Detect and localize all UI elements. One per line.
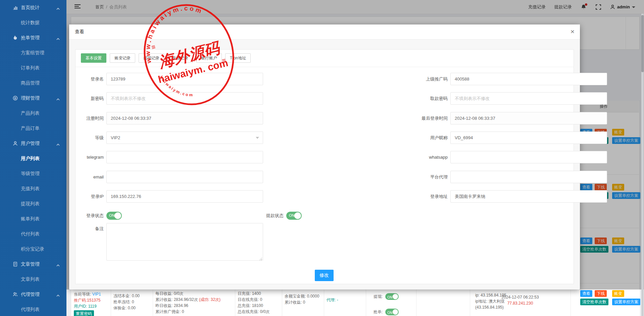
- login-status-switch[interactable]: ON: [106, 212, 122, 220]
- sidebar-item-充值列表[interactable]: 充值列表: [0, 181, 66, 196]
- person-icon: [610, 4, 615, 9]
- view-button[interactable]: 查看: [580, 184, 592, 191]
- submit-button[interactable]: 修改: [315, 270, 334, 281]
- withdraw-switch[interactable]: ON: [385, 293, 399, 300]
- tab-基本设置[interactable]: 基本设置: [81, 53, 106, 63]
- fullscreen-icon[interactable]: [595, 4, 601, 10]
- sidebar-item-label: 代付列表: [21, 231, 40, 237]
- set-control-button[interactable]: 设置单控方案: [612, 192, 640, 199]
- whatsapp-label: whatsapp: [417, 155, 448, 160]
- sidebar-item-产品订单[interactable]: 产品订单: [0, 121, 66, 136]
- sidebar-item-代付列表[interactable]: 代付列表: [0, 226, 66, 242]
- telegram-field[interactable]: [106, 151, 263, 163]
- balance-change-button[interactable]: 账变: [612, 238, 624, 244]
- cell-recharge: 日充值: 1400日在线充值: 0总充值: 18100总在线充值: 0/0次: [238, 289, 269, 314]
- set-control-button[interactable]: 设置单控方案: [612, 137, 640, 144]
- level-select[interactable]: [106, 131, 263, 144]
- offline-button[interactable]: 下线: [595, 290, 607, 297]
- bell-icon[interactable]: [581, 4, 587, 10]
- offline-button[interactable]: 下线: [595, 184, 607, 191]
- sidebar-item-文章管理[interactable]: 文章管理: [0, 257, 66, 272]
- tab-Tron地址[interactable]: Tron地址: [225, 53, 251, 63]
- sidebar-item-积分宝记录[interactable]: 积分宝记录: [0, 242, 66, 257]
- sidebar-item-账单列表[interactable]: 账单列表: [0, 211, 66, 226]
- reg-time-field[interactable]: [106, 112, 263, 124]
- sidebar-item-提现列表[interactable]: 提现列表: [0, 196, 66, 211]
- sidebar-item-用户管理[interactable]: 用户管理: [0, 136, 66, 151]
- sidebar-item-抢单管理[interactable]: 抢单管理: [0, 30, 66, 45]
- menu-toggle-icon[interactable]: [75, 4, 81, 9]
- set-control-button[interactable]: 设置单控方案: [612, 299, 640, 305]
- sidebar-item-label: 提现列表: [21, 201, 40, 207]
- user-menu[interactable]: admin: [610, 4, 635, 9]
- scrollbar-thumb[interactable]: [641, 15, 644, 72]
- withdraw-log-link[interactable]: 提款记录: [554, 4, 572, 10]
- email-field[interactable]: [106, 171, 263, 183]
- chevron-up-icon: [56, 6, 60, 11]
- cell-line: 冻结本金: 0.00: [113, 292, 140, 298]
- platform-agent-field[interactable]: [450, 171, 607, 183]
- modal-tabs: 基本设置账变记录提现记录充值记录银行账户Tron地址: [76, 50, 574, 67]
- login-name-label: 登录名: [76, 76, 104, 82]
- close-icon[interactable]: ×: [571, 28, 575, 36]
- clear-grab-button[interactable]: 清空抢单次数: [580, 299, 608, 305]
- view-user-modal: 查看 × 基本设置账变记录提现记录充值记录银行账户Tron地址 登录名 上级推广…: [69, 24, 580, 289]
- flame-icon: [13, 35, 18, 40]
- balance-change-button[interactable]: 账变: [612, 290, 624, 297]
- sidebar-item-统计数据[interactable]: 统计数据: [0, 15, 66, 30]
- modal-title: 查看: [75, 29, 84, 35]
- clear-grab-button[interactable]: 清空抢单次数: [580, 246, 608, 253]
- sidebar-item-用户列表[interactable]: 用户列表: [0, 151, 66, 166]
- withdraw-switch-label: 提现:: [374, 294, 383, 300]
- sidebar-item-代理列表[interactable]: 代理列表: [0, 302, 66, 316]
- sidebar-item-等级管理[interactable]: 等级管理: [0, 166, 66, 181]
- balance-change-button[interactable]: 账变: [612, 184, 624, 191]
- new-password-field[interactable]: [106, 92, 263, 105]
- recharge-log-link[interactable]: 充值记录: [528, 4, 546, 10]
- breadcrumb-home[interactable]: 首页: [95, 4, 104, 9]
- login-ip-field[interactable]: [106, 190, 263, 203]
- tab-提现记录[interactable]: 提现记录: [139, 53, 164, 63]
- cell-ip: ip: 43.156.84.195ip地址: 澳大利亚(43.156.84.19…: [475, 291, 506, 309]
- sidebar-item-代理管理[interactable]: 代理管理: [0, 287, 66, 302]
- nickname-field[interactable]: [450, 131, 607, 144]
- whatsapp-field[interactable]: [450, 151, 607, 163]
- sidebar-item-首页统计[interactable]: 首页统计: [0, 0, 66, 15]
- scrollbar-track[interactable]: [641, 14, 644, 316]
- chart-icon: [13, 5, 18, 10]
- sidebar-item-订单列表[interactable]: 订单列表: [0, 60, 66, 75]
- sidebar-item-商品管理[interactable]: 商品管理: [0, 75, 66, 91]
- remark-textarea[interactable]: [106, 223, 263, 261]
- email-label: email: [76, 174, 104, 179]
- view-button[interactable]: 查看: [580, 238, 592, 244]
- level-select-value[interactable]: [106, 131, 263, 144]
- cell-line: 日在线充值: 0: [238, 296, 269, 302]
- withdraw-password-field[interactable]: [450, 92, 607, 105]
- sidebar-item-产品列表[interactable]: 产品列表: [0, 106, 66, 121]
- cell-line: 推广码:151375: [74, 297, 101, 303]
- sidebar-item-label: 理财管理: [21, 95, 40, 101]
- sidebar-item-label: 统计数据: [21, 20, 40, 26]
- tab-账变记录[interactable]: 账变记录: [110, 53, 135, 63]
- sidebar-item-理财管理[interactable]: B理财管理: [0, 91, 66, 106]
- view-button[interactable]: 查看: [580, 290, 592, 297]
- last-login-time-field[interactable]: [450, 112, 607, 124]
- cell-line: (43.156.84.195): [475, 303, 506, 309]
- grab-switch[interactable]: ON: [385, 309, 399, 315]
- tab-充值记录[interactable]: 充值记录: [167, 53, 193, 63]
- withdraw-status-label: 提款状态: [253, 213, 284, 219]
- balance-change-button[interactable]: 账变: [612, 129, 624, 136]
- login-addr-field[interactable]: [450, 190, 607, 203]
- cell-line: ip: 43.156.84.195: [475, 291, 506, 297]
- offline-button[interactable]: 下线: [595, 238, 607, 244]
- grab-switch-label: 抢单:: [374, 309, 383, 315]
- cell-line: 用户ID: 1119: [74, 303, 101, 309]
- sidebar-item-文章列表[interactable]: 文章列表: [0, 272, 66, 287]
- reset-password-button[interactable]: 重置密码: [74, 310, 94, 316]
- parent-code-field[interactable]: [450, 73, 607, 85]
- set-control-button[interactable]: 设置单控方案: [612, 246, 640, 253]
- login-name-field[interactable]: [106, 73, 263, 85]
- tab-银行账户[interactable]: 银行账户: [196, 53, 222, 63]
- withdraw-status-switch[interactable]: ON: [286, 212, 302, 220]
- sidebar-item-方案组管理[interactable]: 方案组管理: [0, 45, 66, 60]
